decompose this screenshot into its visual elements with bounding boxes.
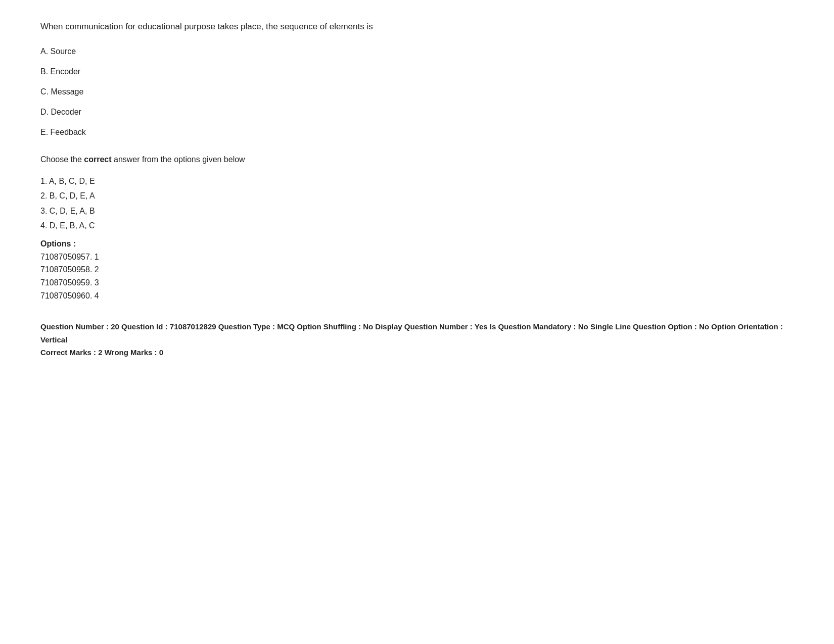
option-id-2: 71087050958. 2 [40,263,794,276]
options-list: A. Source B. Encoder C. Message D. Decod… [40,45,794,138]
answer-option-2: 2. B, C, D, E, A [40,189,794,203]
option-c: C. Message [40,86,794,98]
option-id-3: 71087050959. 3 [40,276,794,289]
answer-option-4: 4. D, E, B, A, C [40,219,794,232]
options-label: Options : [40,239,794,249]
answer-options-list: 1. A, B, C, D, E 2. B, C, D, E, A 3. C, … [40,175,794,232]
choose-bold: correct [84,155,111,164]
metadata-line2: Correct Marks : 2 Wrong Marks : 0 [40,346,794,359]
metadata-line1: Question Number : 20 Question Id : 71087… [40,320,794,346]
choose-instruction: Choose the correct answer from the optio… [40,154,794,166]
option-id-4: 71087050960. 4 [40,289,794,303]
option-d: D. Decoder [40,106,794,118]
choose-prefix: Choose the [40,155,84,164]
option-id-1: 71087050957. 1 [40,251,794,264]
option-a: A. Source [40,45,794,58]
metadata-block: Question Number : 20 Question Id : 71087… [40,320,794,359]
answer-option-1: 1. A, B, C, D, E [40,175,794,188]
options-section: Options : 71087050957. 1 71087050958. 2 … [40,239,794,302]
option-e: E. Feedback [40,126,794,138]
question-text: When communication for educational purpo… [40,20,794,33]
answer-option-3: 3. C, D, E, A, B [40,205,794,218]
option-b: B. Encoder [40,66,794,78]
choose-suffix: answer from the options given below [112,155,245,164]
